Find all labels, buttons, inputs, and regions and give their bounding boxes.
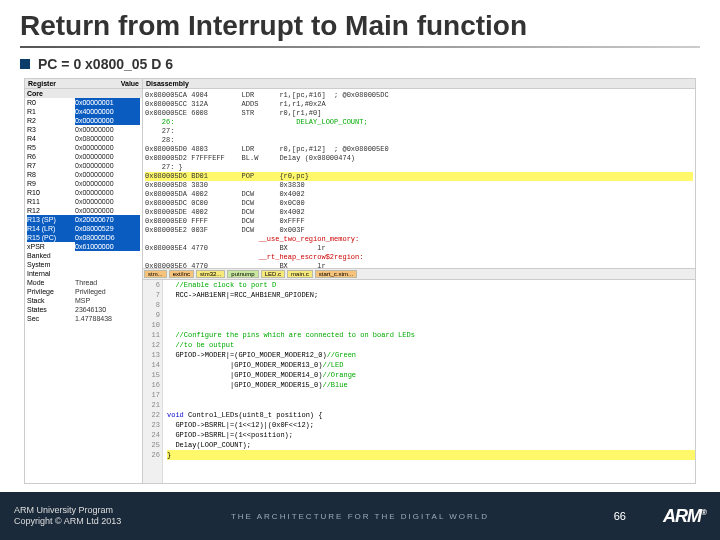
code-line[interactable] bbox=[167, 310, 695, 320]
reg-row[interactable]: Banked bbox=[25, 251, 142, 260]
reg-row[interactable]: R80x00000000 bbox=[25, 170, 142, 179]
page-number: 66 bbox=[614, 510, 626, 522]
reg-col2: Value bbox=[121, 80, 139, 87]
editor-tab[interactable]: main.c bbox=[287, 270, 313, 278]
disasm-row[interactable]: 0x080005D2 F7FFFEFF BL.W Delay (0x080004… bbox=[145, 154, 693, 163]
reg-row[interactable]: System bbox=[25, 260, 142, 269]
code-line[interactable] bbox=[167, 460, 695, 470]
disasm-row[interactable]: 0x080005E4 4770 BX lr bbox=[145, 244, 693, 253]
reg-row[interactable]: R15 (PC)0x080005D6 bbox=[25, 233, 142, 242]
reg-row[interactable]: R90x00000000 bbox=[25, 179, 142, 188]
footer-line1: ARM University Program bbox=[14, 505, 121, 516]
disasm-row[interactable]: 28: bbox=[145, 136, 693, 145]
code-line[interactable]: |GPIO_MODER_MODER14_0)//Orange bbox=[167, 370, 695, 380]
code-line[interactable]: GPIOD->BSRRL|=(1<<position); bbox=[167, 430, 695, 440]
disasm-row[interactable]: 0x080005CE 6008 STR r0,[r1,#0] bbox=[145, 109, 693, 118]
disasm-row[interactable]: 0x080005E6 4770 BX lr bbox=[145, 262, 693, 269]
editor-tab[interactable]: ext/inc bbox=[169, 270, 194, 278]
reg-row[interactable]: R20x00000000 bbox=[25, 116, 142, 125]
disasm-row[interactable]: 0x080005DA 4002 DCW 0x4002 bbox=[145, 190, 693, 199]
disasm-row[interactable]: 0x080005D0 4803 LDR r0,[pc,#12] ; @0x080… bbox=[145, 145, 693, 154]
disasm-row[interactable]: 0x080005DC 0C00 DCW 0x0C00 bbox=[145, 199, 693, 208]
footer-tagline: THE ARCHITECTURE FOR THE DIGITAL WORLD bbox=[231, 512, 489, 521]
code-line[interactable]: //Enable clock to port D bbox=[167, 280, 695, 290]
code-line[interactable]: void Control_LEDs(uint8_t position) { bbox=[167, 410, 695, 420]
code-line[interactable]: |GPIO_MODER_MODER15_0)//Blue bbox=[167, 380, 695, 390]
reg-row[interactable]: StackMSP bbox=[25, 296, 142, 305]
bullet-icon bbox=[20, 59, 30, 69]
disasm-row[interactable]: 0x080005DE 4002 DCW 0x4002 bbox=[145, 208, 693, 217]
ide-screenshot: Register Value CoreR00x00000001R10x40000… bbox=[24, 78, 696, 484]
editor-tab[interactable]: LED.c bbox=[261, 270, 285, 278]
editor-tab[interactable]: start_c.stm... bbox=[315, 270, 357, 278]
code-line[interactable] bbox=[167, 300, 695, 310]
disasm-row[interactable]: __use_two_region_memory: bbox=[145, 235, 693, 244]
reg-row[interactable]: R60x00000000 bbox=[25, 152, 142, 161]
disasm-row[interactable]: __rt_heap_escrow$2region: bbox=[145, 253, 693, 262]
slide-title: Return from Interrupt to Main function bbox=[0, 0, 720, 46]
reg-row[interactable]: xPSR0x61000000 bbox=[25, 242, 142, 251]
disasm-row[interactable]: 26: DELAY_LOOP_COUNT; bbox=[145, 118, 693, 127]
disasm-row[interactable]: 0x080005D6 BD01 POP {r0,pc} bbox=[145, 172, 693, 181]
footer-line2: Copyright © ARM Ltd 2013 bbox=[14, 516, 121, 527]
title-underline bbox=[20, 46, 700, 48]
code-line[interactable]: RCC->AHB1ENR|=RCC_AHB1ENR_GPIODEN; bbox=[167, 290, 695, 300]
reg-row[interactable]: Internal bbox=[25, 269, 142, 278]
code-line[interactable]: //to be output bbox=[167, 340, 695, 350]
disasm-row[interactable]: 0x080005D8 3830 0x3830 bbox=[145, 181, 693, 190]
disassembly-view[interactable]: 0x080005CA 4904 LDR r1,[pc,#16] ; @0x080… bbox=[143, 89, 695, 269]
code-line[interactable]: //Configure the pins which are connected… bbox=[167, 330, 695, 340]
code-line[interactable]: Delay(LOOP_COUNT); bbox=[167, 440, 695, 450]
code-line[interactable] bbox=[167, 390, 695, 400]
reg-row[interactable]: PrivilegePrivileged bbox=[25, 287, 142, 296]
code-line[interactable]: } bbox=[167, 450, 695, 460]
disasm-row[interactable]: 0x080005E0 FFFF DCW 0xFFFF bbox=[145, 217, 693, 226]
reg-row[interactable]: R30x00000000 bbox=[25, 125, 142, 134]
registers-pane: Register Value CoreR00x00000001R10x40000… bbox=[25, 79, 143, 483]
reg-row[interactable]: R120x00000000 bbox=[25, 206, 142, 215]
disasm-row[interactable]: 0x080005E2 003F DCW 0x003F bbox=[145, 226, 693, 235]
source-editor[interactable]: 67891011121314151617212223242526 //Enabl… bbox=[143, 280, 695, 483]
reg-row[interactable]: R100x00000000 bbox=[25, 188, 142, 197]
registers-header: Register Value bbox=[25, 79, 142, 89]
subtitle: PC = 0 x0800_05 D 6 bbox=[38, 56, 173, 72]
footer: ARM University Program Copyright © ARM L… bbox=[0, 492, 720, 540]
code-line[interactable]: GPIOD->BSRRL|=(1<<12)|(0x0F<<12); bbox=[167, 420, 695, 430]
disasm-header: Disassembly bbox=[143, 79, 695, 89]
editor-tab[interactable]: putnump bbox=[227, 270, 258, 278]
reg-row[interactable]: R10x40000000 bbox=[25, 107, 142, 116]
reg-row[interactable]: R50x00000000 bbox=[25, 143, 142, 152]
reg-col1: Register bbox=[28, 80, 56, 87]
code-line[interactable]: |GPIO_MODER_MODER13_0)//LED bbox=[167, 360, 695, 370]
editor-tab[interactable]: stm... bbox=[144, 270, 167, 278]
reg-row[interactable]: R00x00000001 bbox=[25, 98, 142, 107]
editor-tab[interactable]: stm32... bbox=[196, 270, 225, 278]
disasm-row[interactable]: 0x080005CC 312A ADDS r1,r1,#0x2A bbox=[145, 100, 693, 109]
reg-row[interactable]: R40x08000000 bbox=[25, 134, 142, 143]
code-line[interactable]: GPIOD->MODER|=(GPIO_MODER_MODER12_0)//Gr… bbox=[167, 350, 695, 360]
disasm-row[interactable]: 27: } bbox=[145, 163, 693, 172]
disasm-row[interactable]: 27: bbox=[145, 127, 693, 136]
reg-row[interactable]: R14 (LR)0x08000529 bbox=[25, 224, 142, 233]
disasm-row[interactable]: 0x080005CA 4904 LDR r1,[pc,#16] ; @0x080… bbox=[145, 91, 693, 100]
code-line[interactable] bbox=[167, 400, 695, 410]
reg-row[interactable]: Sec1.47788438 bbox=[25, 314, 142, 323]
reg-row[interactable]: ModeThread bbox=[25, 278, 142, 287]
reg-row[interactable]: R70x00000000 bbox=[25, 161, 142, 170]
reg-group[interactable]: Core bbox=[25, 89, 142, 98]
reg-row[interactable]: R110x00000000 bbox=[25, 197, 142, 206]
code-line[interactable] bbox=[167, 320, 695, 330]
editor-tabs[interactable]: stm...ext/incstm32...putnumpLED.cmain.cs… bbox=[143, 269, 695, 280]
reg-row[interactable]: States23646130 bbox=[25, 305, 142, 314]
reg-row[interactable]: R13 (SP)0x20000670 bbox=[25, 215, 142, 224]
arm-logo: ARM® bbox=[663, 506, 706, 527]
